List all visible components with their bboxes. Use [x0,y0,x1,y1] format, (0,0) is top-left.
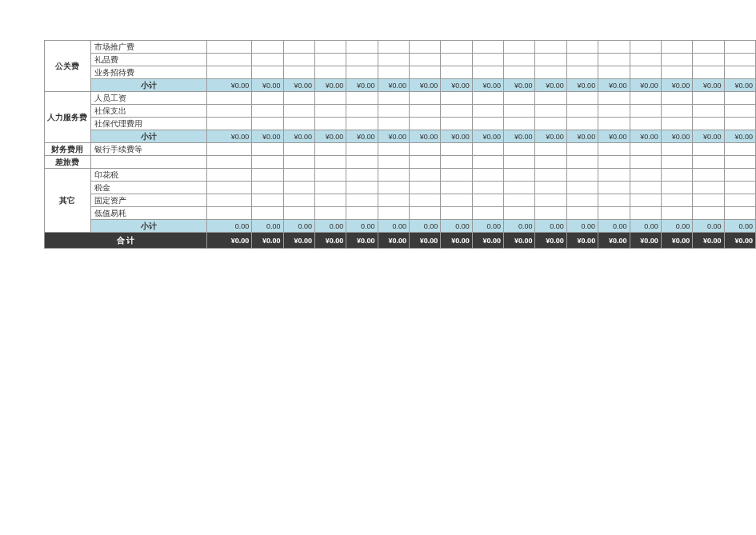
value-cell: ¥0.00 [724,130,755,143]
value-cell [283,182,314,194]
value-cell [314,194,346,207]
value-cell [441,118,472,130]
value-cell [504,169,535,182]
table-row: 其它印花税 [45,169,756,182]
value-cell [504,92,535,105]
value-cell: ¥0.00 [206,233,251,249]
value-cell [535,118,566,130]
value-cell [535,66,566,79]
value-cell [535,105,566,118]
value-cell [252,41,283,54]
item-cell: 社保支出 [90,105,206,118]
value-cell [378,41,409,54]
value-cell [566,66,598,79]
value-cell: ¥0.00 [283,79,314,92]
category-cell: 差旅费 [45,156,91,169]
value-cell: ¥0.00 [566,233,598,249]
value-cell [661,156,692,169]
value-cell [252,156,283,169]
value-cell [346,54,378,66]
value-cell: ¥0.00 [378,233,409,249]
value-cell [504,194,535,207]
value-cell [441,207,472,220]
value-cell [693,194,724,207]
value-cell: ¥0.00 [566,79,598,92]
value-cell [724,143,755,156]
value-cell [630,169,661,182]
value-cell [252,207,283,220]
value-cell [314,207,346,220]
value-cell [252,54,283,66]
value-cell [314,182,346,194]
value-cell [504,105,535,118]
value-cell [566,118,598,130]
value-cell [598,92,630,105]
value-cell [283,41,314,54]
value-cell [535,156,566,169]
value-cell [346,105,378,118]
value-cell [441,143,472,156]
value-cell [693,156,724,169]
value-cell: ¥0.00 [472,79,503,92]
value-cell [504,66,535,79]
value-cell [630,182,661,194]
value-cell [693,118,724,130]
value-cell [409,118,440,130]
value-cell [598,169,630,182]
value-cell [566,41,598,54]
value-cell [378,92,409,105]
value-cell: ¥0.00 [441,79,472,92]
value-cell [409,66,440,79]
value-cell: ¥0.00 [441,233,472,249]
value-cell [472,207,503,220]
value-cell: 0.00 [724,220,755,233]
value-cell [724,118,755,130]
value-cell [693,54,724,66]
value-cell [472,156,503,169]
value-cell [409,207,440,220]
value-cell [314,169,346,182]
value-cell [378,118,409,130]
value-cell: 0.00 [252,220,283,233]
value-cell [598,41,630,54]
value-cell [535,41,566,54]
value-cell [661,105,692,118]
value-cell [724,41,755,54]
table-row: 税金 [45,182,756,194]
value-cell: 0.00 [378,220,409,233]
category-cell: 财务费用 [45,143,91,156]
value-cell [346,156,378,169]
subtotal-label: 小计 [90,130,206,143]
value-cell [630,118,661,130]
value-cell: ¥0.00 [283,233,314,249]
value-cell [693,207,724,220]
value-cell [472,92,503,105]
value-cell: ¥0.00 [724,79,755,92]
grand-total-label: 合 计 [45,233,207,249]
value-cell [724,169,755,182]
value-cell: 0.00 [283,220,314,233]
value-cell [206,105,251,118]
item-cell: 业务招待费 [90,66,206,79]
value-cell: 0.00 [693,220,724,233]
subtotal-label: 小计 [90,79,206,92]
value-cell [314,105,346,118]
value-cell: ¥0.00 [630,130,661,143]
category-cell: 人力服务费 [45,92,91,143]
value-cell [378,105,409,118]
value-cell [314,41,346,54]
value-cell: ¥0.00 [598,79,630,92]
value-cell: 0.00 [472,220,503,233]
value-cell: ¥0.00 [693,233,724,249]
value-cell: ¥0.00 [598,233,630,249]
value-cell [346,143,378,156]
value-cell: ¥0.00 [378,130,409,143]
table-row: 财务费用银行手续费等 [45,143,756,156]
value-cell [252,182,283,194]
value-cell [472,105,503,118]
value-cell: 0.00 [630,220,661,233]
value-cell [566,169,598,182]
value-cell [630,143,661,156]
value-cell [378,194,409,207]
value-cell: 0.00 [346,220,378,233]
